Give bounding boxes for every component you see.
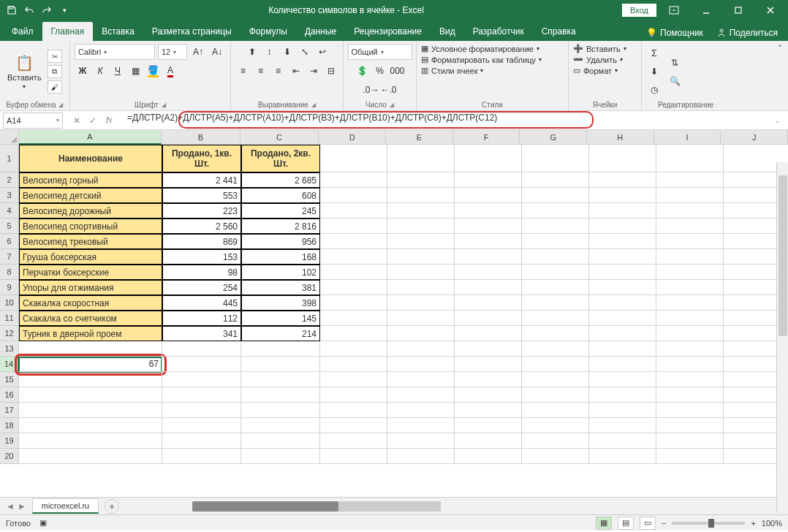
cell-A4[interactable]: Велосипед дорожный bbox=[19, 203, 162, 218]
cell-A9[interactable]: Упоры для отжимания bbox=[19, 280, 162, 295]
cell-B11[interactable]: 112 bbox=[162, 311, 241, 326]
decrease-indent-icon[interactable]: ⇤ bbox=[288, 63, 304, 79]
cell[interactable] bbox=[522, 341, 589, 357]
cell[interactable] bbox=[522, 418, 589, 433]
cell[interactable] bbox=[656, 203, 724, 218]
cell[interactable] bbox=[455, 218, 522, 234]
dialog-launcher-icon[interactable]: ◢ bbox=[311, 102, 316, 108]
insert-function-icon[interactable]: fx bbox=[102, 114, 115, 127]
cell-A3[interactable]: Велосипед детский bbox=[19, 188, 162, 203]
cell[interactable] bbox=[455, 145, 522, 172]
row-header-12[interactable]: 12 bbox=[0, 326, 19, 341]
cell-B10[interactable]: 445 bbox=[162, 295, 241, 311]
cell-C4[interactable]: 245 bbox=[241, 203, 320, 218]
cell[interactable] bbox=[387, 449, 455, 464]
cell[interactable] bbox=[522, 218, 589, 234]
cell-A14[interactable]: 67 bbox=[19, 357, 162, 372]
cell[interactable] bbox=[162, 403, 241, 418]
share-button[interactable]: Поделиться bbox=[712, 25, 782, 41]
cell[interactable] bbox=[522, 145, 589, 172]
cell[interactable] bbox=[387, 326, 455, 341]
cell[interactable] bbox=[589, 418, 656, 433]
cell[interactable] bbox=[241, 372, 320, 387]
normal-view-icon[interactable]: ▦ bbox=[596, 517, 612, 530]
format-painter-icon[interactable]: 🖌 bbox=[48, 80, 62, 94]
cell-C11[interactable]: 145 bbox=[241, 311, 320, 326]
align-center-icon[interactable]: ≡ bbox=[253, 63, 269, 79]
row-header-13[interactable]: 13 bbox=[0, 341, 19, 357]
cell[interactable] bbox=[320, 387, 387, 403]
cell[interactable] bbox=[656, 295, 724, 311]
row-header-5[interactable]: 5 bbox=[0, 218, 19, 234]
cell[interactable] bbox=[589, 234, 656, 249]
cell[interactable] bbox=[320, 372, 387, 387]
tab-layout[interactable]: Разметка страницы bbox=[143, 22, 240, 41]
cell-C6[interactable]: 956 bbox=[241, 234, 320, 249]
cell[interactable] bbox=[522, 265, 589, 280]
cell[interactable] bbox=[320, 218, 387, 234]
cell[interactable] bbox=[455, 172, 522, 188]
row-header-16[interactable]: 16 bbox=[0, 387, 19, 403]
cell[interactable] bbox=[455, 280, 522, 295]
vertical-scrollbar[interactable] bbox=[776, 162, 788, 513]
comma-icon[interactable]: 000 bbox=[390, 63, 406, 79]
cell-B12[interactable]: 341 bbox=[162, 326, 241, 341]
cell[interactable] bbox=[656, 218, 724, 234]
qat-customize-icon[interactable]: ▾ bbox=[58, 4, 70, 16]
delete-cells-button[interactable]: ➖Удалить▾ bbox=[573, 55, 623, 64]
row-header-19[interactable]: 19 bbox=[0, 433, 19, 449]
cell[interactable] bbox=[589, 326, 656, 341]
paste-button[interactable]: 📋 Вставить ▾ bbox=[4, 53, 45, 91]
cell-B9[interactable]: 254 bbox=[162, 280, 241, 295]
minimize-icon[interactable] bbox=[692, 0, 721, 20]
cell[interactable] bbox=[455, 372, 522, 387]
cell[interactable] bbox=[387, 341, 455, 357]
cell[interactable] bbox=[320, 172, 387, 188]
row-header-9[interactable]: 9 bbox=[0, 280, 19, 295]
expand-formula-bar-icon[interactable]: ⌄ bbox=[775, 117, 785, 124]
cell[interactable] bbox=[320, 145, 387, 172]
cell[interactable] bbox=[522, 295, 589, 311]
cell[interactable] bbox=[455, 449, 522, 464]
borders-icon[interactable]: ▦ bbox=[127, 63, 143, 79]
cell[interactable] bbox=[320, 418, 387, 433]
page-break-view-icon[interactable]: ▭ bbox=[640, 517, 656, 530]
copy-icon[interactable]: ⧉ bbox=[48, 65, 62, 78]
cell[interactable] bbox=[589, 249, 656, 265]
cell[interactable] bbox=[589, 295, 656, 311]
bold-button[interactable]: Ж bbox=[75, 63, 91, 79]
cell[interactable] bbox=[589, 357, 656, 372]
row-header-2[interactable]: 2 bbox=[0, 172, 19, 188]
save-icon[interactable] bbox=[6, 4, 18, 16]
sheet-nav-prev-icon[interactable]: ◄ bbox=[6, 501, 15, 512]
cell[interactable] bbox=[455, 249, 522, 265]
cell[interactable] bbox=[656, 433, 724, 449]
name-box[interactable]: A14 ▾ bbox=[3, 113, 63, 129]
fill-color-icon[interactable]: 🪣 bbox=[145, 63, 161, 79]
row-header-17[interactable]: 17 bbox=[0, 403, 19, 418]
cell[interactable] bbox=[320, 203, 387, 218]
italic-button[interactable]: К bbox=[92, 63, 108, 79]
merge-center-icon[interactable]: ⊟ bbox=[323, 63, 339, 79]
cut-icon[interactable]: ✂ bbox=[48, 50, 62, 63]
cell[interactable] bbox=[522, 403, 589, 418]
add-sheet-button[interactable]: + bbox=[105, 499, 119, 514]
percent-icon[interactable]: % bbox=[372, 63, 388, 79]
conditional-formatting-button[interactable]: ▦Условное форматирование▾ bbox=[421, 44, 539, 53]
cell[interactable] bbox=[241, 418, 320, 433]
cell-A1[interactable]: Наименование bbox=[19, 145, 162, 172]
cell[interactable] bbox=[320, 249, 387, 265]
font-name-combo[interactable]: Calibri▾ bbox=[75, 44, 155, 60]
cell[interactable] bbox=[162, 387, 241, 403]
cell[interactable] bbox=[589, 433, 656, 449]
format-as-table-button[interactable]: ▤Форматировать как таблицу▾ bbox=[421, 55, 542, 64]
cell-B7[interactable]: 153 bbox=[162, 249, 241, 265]
cell[interactable] bbox=[455, 234, 522, 249]
page-layout-view-icon[interactable]: ▤ bbox=[618, 517, 634, 530]
cell[interactable] bbox=[320, 449, 387, 464]
horizontal-scrollbar[interactable] bbox=[119, 501, 788, 512]
cell[interactable] bbox=[241, 387, 320, 403]
cell-B1[interactable]: Продано, 1кв. Шт. bbox=[162, 145, 241, 172]
cell[interactable] bbox=[589, 145, 656, 172]
cell[interactable] bbox=[455, 203, 522, 218]
